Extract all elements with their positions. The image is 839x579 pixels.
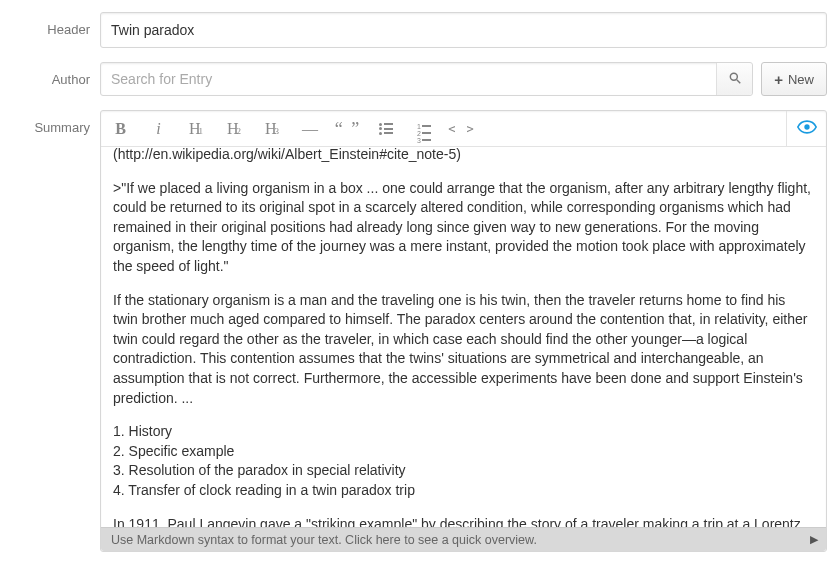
quote-button[interactable]: “ ”	[329, 111, 367, 147]
editor-toolbar: B i H1 H2 H3	[101, 111, 826, 147]
content-list-4: 4. Transfer of clock reading in a twin p…	[113, 481, 814, 501]
code-button[interactable]: < >	[443, 111, 481, 147]
content-quote: >"If we placed a living organism in a bo…	[113, 179, 814, 277]
quote-icon: “ ”	[335, 120, 361, 138]
code-icon: < >	[448, 122, 476, 136]
content-1911: In 1911, Paul Langevin gave a "striking …	[113, 515, 814, 528]
hr-icon: —	[302, 120, 318, 138]
plus-icon: +	[774, 72, 783, 87]
hr-button[interactable]: —	[291, 111, 329, 147]
author-search-button[interactable]	[716, 63, 752, 95]
svg-point-0	[730, 73, 737, 80]
new-button-label: New	[788, 72, 814, 87]
eye-icon	[797, 120, 817, 137]
content-list-3: 3. Resolution of the paradox in special …	[113, 461, 814, 481]
svg-point-2	[804, 124, 809, 129]
ul-button[interactable]	[367, 111, 405, 147]
bold-icon: B	[115, 120, 125, 138]
search-icon	[728, 71, 742, 88]
content-list-2: 2. Specific example	[113, 442, 814, 462]
author-new-button[interactable]: + New	[761, 62, 827, 96]
italic-button[interactable]: i	[139, 111, 177, 147]
chevron-right-icon: ▶	[802, 533, 826, 546]
header-label: Header	[0, 12, 90, 37]
italic-icon: i	[156, 120, 159, 138]
h2-icon: H2	[227, 120, 241, 138]
editor-textarea[interactable]: (http://en.wikipedia.org/wiki/Albert_Ein…	[101, 147, 826, 527]
h1-icon: H1	[189, 120, 203, 138]
author-search[interactable]	[100, 62, 753, 96]
h3-button[interactable]: H3	[253, 111, 291, 147]
summary-label: Summary	[0, 110, 90, 135]
preview-button[interactable]	[786, 111, 826, 147]
author-search-input[interactable]	[101, 63, 716, 95]
bold-button[interactable]: B	[101, 111, 139, 147]
author-label: Author	[0, 62, 90, 87]
h3-icon: H3	[265, 120, 279, 138]
ul-icon	[379, 123, 393, 135]
summary-editor: B i H1 H2 H3	[100, 110, 827, 552]
markdown-hint-text: Use Markdown syntax to format your text.…	[111, 533, 537, 547]
h2-button[interactable]: H2	[215, 111, 253, 147]
svg-line-1	[736, 79, 740, 83]
ol-icon: 1 2 3	[417, 123, 431, 135]
markdown-hint-bar[interactable]: Use Markdown syntax to format your text.…	[101, 527, 826, 551]
content-intro: If the stationary organism is a man and …	[113, 291, 814, 409]
ol-button[interactable]: 1 2 3	[405, 111, 443, 147]
header-input[interactable]	[100, 12, 827, 48]
content-list-1: 1. History	[113, 422, 814, 442]
h1-button[interactable]: H1	[177, 111, 215, 147]
content-url-line: (http://en.wikipedia.org/wiki/Albert_Ein…	[113, 147, 814, 165]
